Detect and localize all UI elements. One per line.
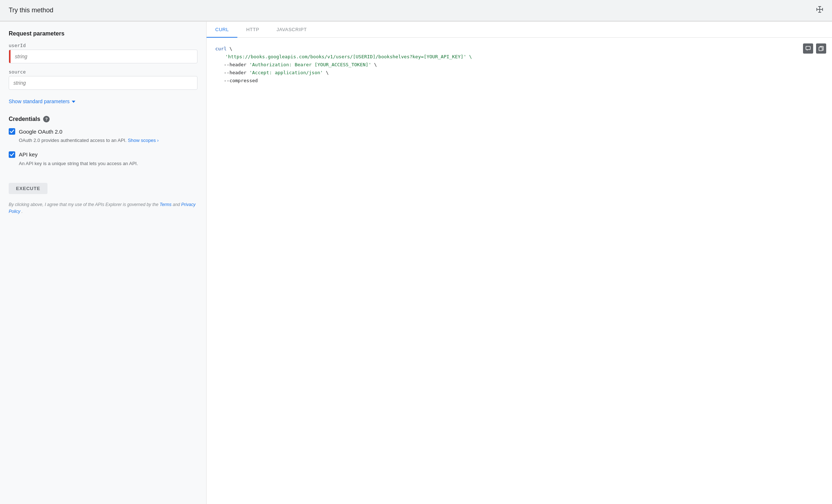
tab-javascript[interactable]: JAVASCRIPT (268, 22, 315, 37)
terms-link[interactable]: Terms (159, 202, 172, 207)
credentials-help-icon[interactable]: ? (43, 116, 50, 122)
page-container: Try this method Request parameters (0, 0, 832, 504)
code-compressed: --compressed (224, 78, 258, 83)
credential-oauth-item: Google OAuth 2.0 OAuth 2.0 provides auth… (9, 128, 197, 144)
tabs-container: cURL HTTP JAVASCRIPT (207, 22, 832, 38)
credential-oauth-name: Google OAuth 2.0 (19, 129, 62, 135)
legal-period: . (21, 209, 22, 214)
code-line-2: 'https://books.googleapis.com/books/v1/u… (215, 53, 823, 61)
credential-apikey-item: API key An API key is a unique string th… (9, 151, 197, 167)
expand-icon[interactable] (816, 6, 823, 15)
scopes-chevron: › (157, 138, 159, 143)
code-auth-value: 'Authorization: Bearer [YOUR_ACCESS_TOKE… (249, 62, 371, 67)
param-userid-input-wrapper (9, 50, 197, 63)
chevron-down-icon (72, 101, 75, 103)
tab-curl[interactable]: cURL (207, 22, 237, 37)
chat-code-button[interactable] (803, 43, 813, 54)
credential-apikey-desc-text: An API key is a unique string that lets … (19, 161, 138, 166)
param-source-input[interactable] (9, 76, 197, 90)
code-line-3: --header 'Authorization: Bearer [YOUR_AC… (215, 61, 823, 69)
code-line-4: --header 'Accept: application/json' \ (215, 69, 823, 77)
show-standard-params-button[interactable]: Show standard parameters (9, 96, 75, 107)
credentials-section: Credentials ? Google OAuth 2.0 O (9, 116, 197, 167)
svg-rect-10 (806, 46, 810, 50)
code-line-1: curl \ (215, 45, 823, 53)
param-userid-input[interactable] (11, 50, 197, 63)
copy-code-button[interactable] (816, 43, 826, 54)
legal-text: By clicking above, I agree that my use o… (9, 201, 197, 215)
param-source-input-wrapper (9, 76, 197, 90)
execute-button[interactable]: EXECUTE (9, 183, 47, 194)
credential-apikey-desc: An API key is a unique string that lets … (19, 160, 197, 167)
right-panel: cURL HTTP JAVASCRIPT (207, 22, 832, 504)
param-userid-label: userId (9, 43, 197, 48)
code-panel: curl \ 'https://books.googleapis.com/boo… (207, 38, 832, 504)
page-title: Try this method (9, 7, 53, 14)
svg-rect-11 (819, 47, 822, 51)
code-auth-header: --header (224, 62, 249, 67)
credential-oauth-desc-text: OAuth 2.0 provides authenticated access … (19, 138, 126, 143)
code-url: 'https://books.googleapis.com/books/v1/u… (225, 54, 472, 59)
credential-oauth-desc: OAuth 2.0 provides authenticated access … (19, 137, 197, 144)
code-accept-value: 'Accept: application/json' (249, 70, 323, 75)
credential-oauth-row: Google OAuth 2.0 (9, 128, 197, 135)
credential-apikey-name: API key (19, 151, 38, 158)
legal-text-before: By clicking above, I agree that my use o… (9, 202, 158, 207)
show-scopes-link[interactable]: Show scopes › (128, 138, 159, 143)
credential-oauth-checkbox[interactable] (9, 128, 15, 135)
param-source-label: source (9, 69, 197, 75)
legal-and: and (173, 202, 180, 207)
request-params-title: Request parameters (9, 30, 197, 37)
tab-http[interactable]: HTTP (237, 22, 268, 37)
code-backslash-1: \ (229, 46, 232, 51)
show-standard-params-label: Show standard parameters (9, 98, 70, 104)
code-accept-header: --header (224, 70, 249, 75)
code-line-5: --compressed (215, 77, 823, 85)
code-curl-keyword: curl (215, 46, 226, 51)
left-panel: Request parameters userId source Show st… (0, 22, 207, 504)
code-actions (803, 43, 826, 54)
credential-apikey-checkbox[interactable] (9, 151, 15, 158)
code-block: curl \ 'https://books.googleapis.com/boo… (215, 45, 823, 85)
credentials-title: Credentials (9, 116, 40, 122)
header: Try this method (0, 0, 832, 21)
credentials-header: Credentials ? (9, 116, 197, 122)
credential-apikey-row: API key (9, 151, 197, 158)
main-content: Request parameters userId source Show st… (0, 21, 832, 504)
